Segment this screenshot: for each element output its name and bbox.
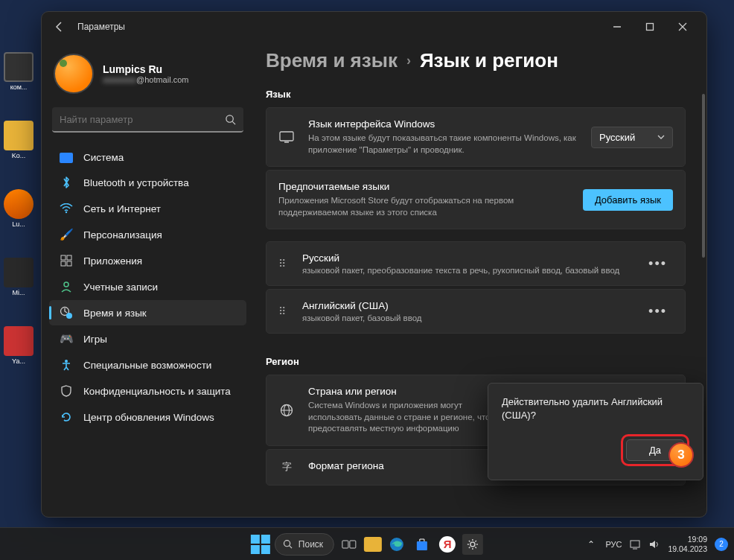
sidebar-item-update[interactable]: Центр обновления Windows [49,404,246,430]
svg-point-4 [66,211,67,213]
taskbar: Поиск Я ⌃ РУС 19:09 19.04.2023 2 [0,527,734,560]
chevron-right-icon: › [406,53,411,69]
sidebar-item-privacy[interactable]: Конфиденциальность и защита [49,378,246,404]
maximize-button[interactable] [634,15,666,39]
drag-handle-icon[interactable]: ⠿ [278,261,287,266]
card-title: Предпочитаемые языки [278,181,569,192]
scrollbar[interactable] [702,94,705,258]
start-button[interactable] [251,535,270,554]
search-box[interactable] [52,107,243,133]
sidebar-item-gaming[interactable]: 🎮Игры [49,326,246,351]
tray-chevron-icon[interactable]: ⌃ [584,536,598,553]
popup-text: Действительно удалить Английский (США)? [502,395,689,422]
apps-icon [60,254,73,267]
profile-email: xxxxxxxxx@hotmail.com [103,75,188,84]
keyboard-language[interactable]: РУС [605,540,622,549]
profile-block[interactable]: Lumpics Ru xxxxxxxxx@hotmail.com [46,48,249,107]
bluetooth-icon [60,176,73,189]
desktop-computer-icon[interactable] [4,52,33,82]
explorer-icon[interactable] [364,537,382,552]
gamepad-icon: 🎮 [60,332,73,346]
wifi-icon [60,202,73,215]
notification-badge[interactable]: 2 [715,538,728,551]
taskbar-search[interactable]: Поиск [275,533,334,556]
close-button[interactable] [666,15,699,39]
breadcrumb: Время и язык › Язык и регион [266,49,686,72]
back-button[interactable] [49,16,70,37]
search-input[interactable] [60,114,225,125]
yandex-icon[interactable]: Я [437,534,458,555]
svg-rect-8 [67,261,71,266]
sidebar-item-network[interactable]: Сеть и Интернет [49,196,246,221]
desktop-app-icon-3[interactable] [4,326,33,356]
desktop-app-icon-2[interactable] [4,258,33,287]
search-icon [283,539,293,549]
svg-point-11 [66,313,72,319]
svg-rect-5 [61,255,66,260]
sidebar-item-time-language[interactable]: Время и язык [49,300,246,325]
globe-clock-icon [60,306,73,319]
desktop-label: ком... [0,83,37,91]
desktop-app-icon[interactable] [4,189,33,219]
step-badge: 3 [668,442,694,468]
settings-icon[interactable] [462,534,483,555]
svg-point-12 [65,360,68,363]
sidebar-item-bluetooth[interactable]: Bluetooth и устройства [49,170,246,195]
more-options-button[interactable]: ••• [642,253,673,275]
person-icon [60,280,73,293]
svg-rect-21 [350,541,356,548]
chevron-down-icon [657,135,665,139]
add-language-button[interactable]: Добавить язык [583,189,673,211]
edge-icon[interactable] [386,534,407,555]
volume-icon[interactable] [648,539,660,550]
desktop-folder-icon[interactable] [4,121,33,150]
svg-rect-1 [647,24,654,31]
svg-point-9 [64,282,68,287]
drag-handle-icon[interactable]: ⠿ [278,309,287,314]
accessibility-icon [60,358,73,372]
more-options-button[interactable]: ••• [642,301,673,322]
letter-icon: 字 [278,460,295,474]
preferred-languages-card: Предпочитаемые языки Приложения Microsof… [266,170,686,229]
tray-clock[interactable]: 19:09 19.04.2023 [668,535,707,553]
section-language-label: Язык [266,89,686,100]
card-title: Язык интерфейса Windows [308,118,578,130]
store-icon[interactable] [412,534,433,555]
windows-display-language-card: Язык интерфейса Windows На этом языке бу… [266,107,686,167]
card-desc: Приложения Microsoft Store будут отображ… [278,195,569,218]
profile-name: Lumpics Ru [103,63,188,75]
sidebar-item-accounts[interactable]: Учетные записи [49,274,246,299]
network-icon[interactable] [629,539,641,550]
avatar [54,54,94,94]
svg-line-19 [290,546,292,548]
language-sub: языковой пакет, преобразование текста в … [302,266,628,275]
desktop-icons: ком... Kо... Lu... Mi... Ya... [0,37,37,365]
breadcrumb-current: Язык и регион [420,49,558,72]
svg-rect-23 [417,541,427,550]
svg-rect-25 [631,541,639,547]
card-desc: Система Windows и приложения могут испол… [308,400,502,435]
search-icon [225,114,236,125]
sidebar: Lumpics Ru xxxxxxxxx@hotmail.com Система… [42,42,254,517]
titlebar: Параметры [42,12,706,42]
svg-rect-6 [67,255,71,260]
sidebar-item-apps[interactable]: Приложения [49,248,246,273]
language-item-english: ⠿ Английский (США) языковой пакет, базов… [266,289,686,334]
task-view-icon[interactable] [339,534,360,555]
display-language-dropdown[interactable]: Русский [591,127,673,148]
card-desc: На этом языке будут показываться такие к… [308,133,578,156]
breadcrumb-parent[interactable]: Время и язык [266,49,398,72]
sidebar-item-system[interactable]: Система [49,146,246,169]
confirm-delete-popup: Действительно удалить Английский (США)? … [488,383,703,480]
settings-window: Параметры Lumpics Ru xxxxxxxxx@hotmail.c… [41,11,707,518]
monitor-icon [278,131,295,143]
main-content: Время и язык › Язык и регион Язык Язык и… [254,42,706,517]
svg-point-18 [284,541,290,547]
window-title: Параметры [77,22,125,32]
language-name: Русский [302,252,628,264]
sidebar-item-personalization[interactable]: 🖌️Персонализация [49,222,246,247]
sidebar-item-accessibility[interactable]: Специальные возможности [49,352,246,378]
globe-icon [278,404,295,417]
svg-point-24 [470,542,475,547]
minimize-button[interactable] [601,15,634,39]
